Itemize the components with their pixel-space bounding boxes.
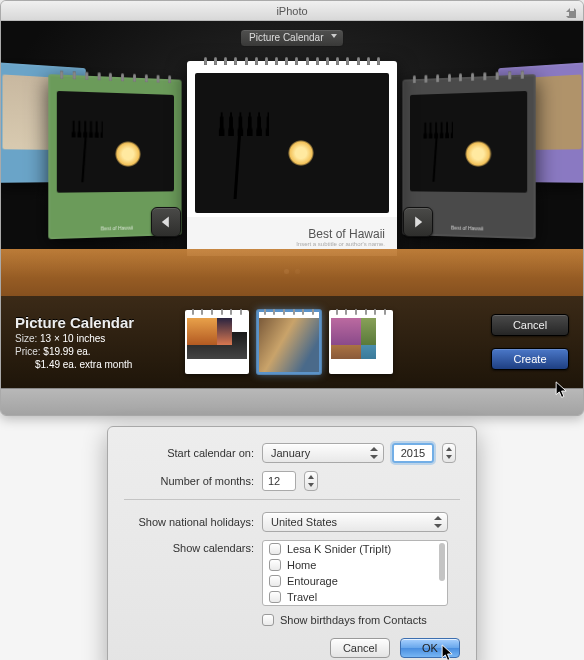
theme-thumb-1[interactable] bbox=[185, 310, 249, 374]
price-extra: $1.49 ea. extra month bbox=[35, 359, 132, 370]
separator bbox=[124, 499, 460, 500]
bottom-bar: Picture Calendar Size: 13 × 10 inches Pr… bbox=[1, 296, 583, 388]
calendar-subtitle: Insert a subtitle or author's name. bbox=[296, 241, 385, 247]
months-stepper[interactable] bbox=[304, 471, 318, 491]
list-item[interactable]: Home bbox=[263, 557, 447, 573]
holidays-value: United States bbox=[271, 516, 337, 528]
carousel-next-button[interactable] bbox=[403, 207, 433, 237]
holidays-label: Show national holidays: bbox=[124, 516, 254, 528]
carousel-item-center[interactable]: Best of Hawaii Insert a subtitle or auth… bbox=[187, 61, 397, 256]
dialog-cancel-button[interactable]: Cancel bbox=[330, 638, 390, 658]
carousel-prev-button[interactable] bbox=[151, 207, 181, 237]
checkbox-icon[interactable] bbox=[269, 559, 281, 571]
product-type-picker[interactable]: Picture Calendar bbox=[240, 29, 344, 47]
start-month-select[interactable]: January bbox=[262, 443, 384, 463]
theme-thumb-2[interactable] bbox=[257, 310, 321, 374]
iphoto-window: iPhoto Picture Calendar Best of Hawaii bbox=[0, 0, 584, 416]
list-item[interactable]: Entourage bbox=[263, 573, 447, 589]
list-item[interactable]: Lesa K Snider (TripIt) bbox=[263, 541, 447, 557]
start-month-label: Start calendar on: bbox=[124, 447, 254, 459]
holidays-select[interactable]: United States bbox=[262, 512, 448, 532]
theme-thumb-3[interactable] bbox=[329, 310, 393, 374]
product-type-label: Picture Calendar bbox=[249, 32, 323, 43]
price-label: Price: bbox=[15, 346, 41, 357]
list-item[interactable]: Travel bbox=[263, 589, 447, 605]
fullscreen-icon[interactable] bbox=[565, 5, 577, 17]
start-month-value: January bbox=[271, 447, 310, 459]
calendars-label: Show calendars: bbox=[124, 540, 254, 554]
dialog-ok-button[interactable]: OK bbox=[400, 638, 460, 658]
checkbox-icon[interactable] bbox=[269, 591, 281, 603]
cancel-button[interactable]: Cancel bbox=[491, 314, 569, 336]
product-title: Picture Calendar bbox=[15, 314, 171, 331]
size-value: 13 × 10 inches bbox=[40, 333, 105, 344]
theme-thumbnails bbox=[185, 310, 477, 374]
product-info: Picture Calendar Size: 13 × 10 inches Pr… bbox=[15, 314, 171, 370]
create-button[interactable]: Create bbox=[491, 348, 569, 370]
calendar-title: Best of Hawaii bbox=[308, 227, 385, 241]
start-year-field[interactable]: 2015 bbox=[392, 443, 434, 463]
calendar-settings-dialog: Start calendar on: January 2015 Number o… bbox=[107, 426, 477, 660]
birthdays-row[interactable]: Show birthdays from Contacts bbox=[262, 614, 460, 626]
checkbox-icon[interactable] bbox=[262, 614, 274, 626]
scrollbar[interactable] bbox=[439, 543, 445, 581]
window-title: iPhoto bbox=[276, 5, 307, 17]
months-field[interactable]: 12 bbox=[262, 471, 296, 491]
birthdays-label: Show birthdays from Contacts bbox=[280, 614, 427, 626]
size-label: Size: bbox=[15, 333, 37, 344]
calendars-listbox[interactable]: Lesa K Snider (TripIt) Home Entourage Tr… bbox=[262, 540, 448, 606]
titlebar: iPhoto bbox=[1, 1, 583, 21]
footer-bar bbox=[1, 388, 583, 416]
checkbox-icon[interactable] bbox=[269, 543, 281, 555]
checkbox-icon[interactable] bbox=[269, 575, 281, 587]
months-label: Number of months: bbox=[124, 475, 254, 487]
start-year-stepper[interactable] bbox=[442, 443, 456, 463]
carousel: Best of Hawaii Best of Hawaii Best of Ha… bbox=[1, 57, 583, 277]
price-value: $19.99 ea. bbox=[43, 346, 90, 357]
